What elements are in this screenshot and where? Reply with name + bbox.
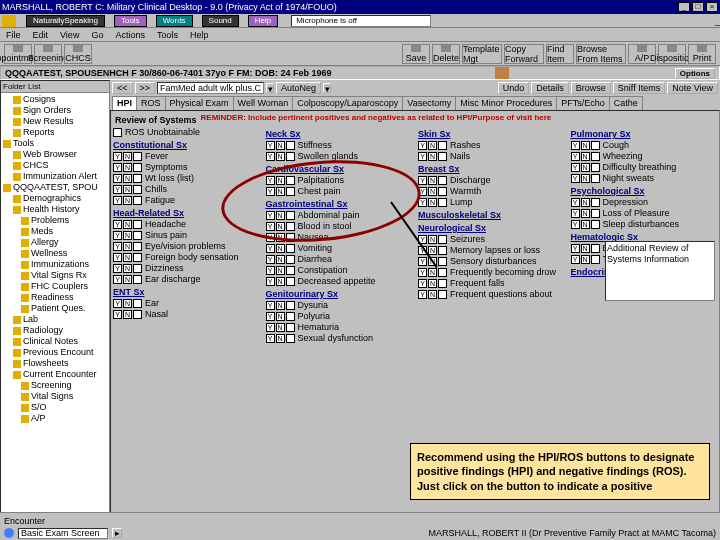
checkbox[interactable] — [133, 185, 142, 194]
hpi-button[interactable]: Y — [113, 275, 122, 284]
chevron-down-icon[interactable]: ▾ — [323, 83, 331, 93]
hpi-button[interactable]: Y — [266, 334, 275, 343]
menu-go[interactable]: Go — [91, 30, 103, 39]
dragon-min-button[interactable]: _ — [715, 16, 720, 26]
ros-button[interactable]: N — [428, 290, 437, 299]
menu-actions[interactable]: Actions — [115, 30, 145, 39]
checkbox[interactable] — [286, 176, 295, 185]
tab-wellwoman[interactable]: Well Woman — [233, 96, 294, 110]
hpi-button[interactable]: Y — [266, 222, 275, 231]
tab-misc[interactable]: Misc Minor Procedures — [455, 96, 557, 110]
checkbox[interactable] — [113, 128, 122, 137]
ros-button[interactable]: N — [276, 255, 285, 264]
hpi-button[interactable]: Y — [571, 244, 580, 253]
ros-button[interactable]: N — [428, 268, 437, 277]
noteview-button[interactable]: Note View — [667, 82, 718, 94]
tab-naturallyspeaking[interactable]: NaturallySpeaking — [26, 15, 105, 27]
tab-vasectomy[interactable]: Vasectomy — [402, 96, 456, 110]
ros-button[interactable]: N — [276, 233, 285, 242]
ros-button[interactable]: N — [123, 220, 132, 229]
ros-button[interactable]: N — [276, 334, 285, 343]
addl-ros-textbox[interactable]: Additional Review of Systems Information — [605, 241, 715, 301]
checkbox[interactable] — [286, 323, 295, 332]
checkbox[interactable] — [591, 244, 600, 253]
checkbox[interactable] — [133, 152, 142, 161]
hpi-button[interactable]: Y — [113, 242, 122, 251]
ros-button[interactable]: N — [276, 141, 285, 150]
hpi-button[interactable]: Y — [418, 257, 427, 266]
back-button[interactable]: << — [112, 82, 133, 94]
btn-disposition[interactable]: Disposition — [658, 44, 686, 64]
hpi-button[interactable]: Y — [571, 255, 580, 264]
hpi-button[interactable]: Y — [571, 141, 580, 150]
tree-item[interactable]: Radiology — [3, 325, 107, 336]
checkbox[interactable] — [438, 257, 447, 266]
hpi-button[interactable]: Y — [571, 220, 580, 229]
tab-cathe[interactable]: Cathe — [609, 96, 643, 110]
btn-template-mgt[interactable]: Template Mgt — [462, 44, 502, 64]
hpi-button[interactable]: Y — [571, 174, 580, 183]
tree-item[interactable]: S/O — [3, 402, 107, 413]
ros-button[interactable]: N — [428, 257, 437, 266]
tab-sound[interactable]: Sound — [202, 15, 239, 27]
tree-item[interactable]: Previous Encount — [3, 347, 107, 358]
hpi-button[interactable]: Y — [266, 266, 275, 275]
ros-button[interactable]: N — [123, 231, 132, 240]
tree-item[interactable]: Web Browser — [3, 149, 107, 160]
ros-button[interactable]: N — [276, 222, 285, 231]
hpi-button[interactable]: Y — [113, 299, 122, 308]
tab-pe[interactable]: Physical Exam — [165, 96, 234, 110]
ros-button[interactable]: N — [581, 244, 590, 253]
hpi-button[interactable]: Y — [113, 264, 122, 273]
ros-button[interactable]: N — [428, 198, 437, 207]
hpi-button[interactable]: Y — [266, 233, 275, 242]
ros-button[interactable]: N — [276, 211, 285, 220]
ros-button[interactable]: N — [123, 253, 132, 262]
hpi-button[interactable]: Y — [571, 152, 580, 161]
hpi-button[interactable]: Y — [266, 255, 275, 264]
tree-item[interactable]: Clinical Notes — [3, 336, 107, 347]
checkbox[interactable] — [438, 279, 447, 288]
hpi-button[interactable]: Y — [113, 163, 122, 172]
checkbox[interactable] — [286, 222, 295, 231]
hpi-button[interactable]: Y — [418, 187, 427, 196]
checkbox[interactable] — [286, 211, 295, 220]
checkbox[interactable] — [286, 334, 295, 343]
checkbox[interactable] — [591, 198, 600, 207]
folder-tree[interactable]: CosignsSign OrdersNew ResultsReportsTool… — [1, 93, 109, 425]
tree-item[interactable]: QQQAATEST, SPOU — [3, 182, 107, 193]
checkbox[interactable] — [286, 187, 295, 196]
go-button[interactable]: ▸ — [112, 528, 122, 538]
checkbox[interactable] — [286, 301, 295, 310]
checkbox[interactable] — [438, 290, 447, 299]
ros-button[interactable]: N — [123, 299, 132, 308]
checkbox[interactable] — [133, 231, 142, 240]
hpi-button[interactable]: Y — [266, 277, 275, 286]
menu-view[interactable]: View — [60, 30, 79, 39]
hpi-button[interactable]: Y — [266, 323, 275, 332]
tree-item[interactable]: Readiness — [3, 292, 107, 303]
tree-item[interactable]: Vital Signs Rx — [3, 270, 107, 281]
btn-find-item[interactable]: Find Item — [546, 44, 574, 64]
ros-button[interactable]: N — [123, 264, 132, 273]
minimize-button[interactable]: _ — [678, 2, 690, 12]
tree-item[interactable]: FHC Couplers — [3, 281, 107, 292]
close-button[interactable]: × — [706, 2, 718, 12]
ros-button[interactable]: N — [428, 235, 437, 244]
ros-button[interactable]: N — [581, 174, 590, 183]
ros-button[interactable]: N — [428, 141, 437, 150]
tab-words[interactable]: Words — [156, 15, 193, 27]
checkbox[interactable] — [133, 253, 142, 262]
tree-item[interactable]: Flowsheets — [3, 358, 107, 369]
tree-item[interactable]: Meds — [3, 226, 107, 237]
btn-delete[interactable]: Delete — [432, 44, 460, 64]
checkbox[interactable] — [591, 220, 600, 229]
hpi-button[interactable]: Y — [266, 312, 275, 321]
btn-browse-from[interactable]: Browse From Items — [576, 44, 626, 64]
ros-button[interactable]: N — [123, 174, 132, 183]
tree-item[interactable]: Health History — [3, 204, 107, 215]
hpi-button[interactable]: Y — [266, 176, 275, 185]
ros-button[interactable]: N — [276, 152, 285, 161]
checkbox[interactable] — [438, 268, 447, 277]
options-button[interactable]: Options — [675, 68, 715, 79]
